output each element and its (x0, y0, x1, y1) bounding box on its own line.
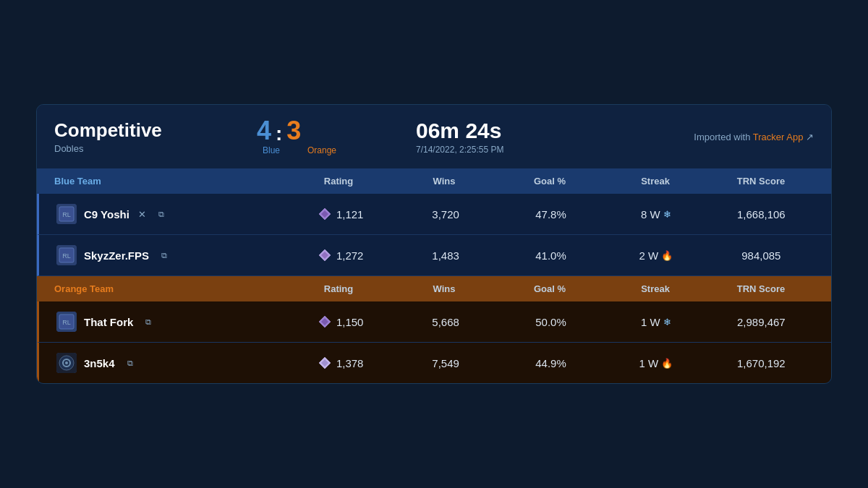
orange-player-2-name: 3n5k4 (84, 357, 115, 369)
orange-player-2-rating: 1,378 (336, 357, 364, 369)
blue-player-2-name-col: RL SkyzZer.FPS ⧉ (56, 245, 288, 265)
blue-player-2-row: RL SkyzZer.FPS ⧉ 1,272 1,483 41.0% (37, 235, 831, 276)
blue-player-2-trn: 984,085 (709, 249, 814, 262)
blue-player-1-wins: 3,720 (393, 208, 498, 221)
external-link-icon: ↗ (806, 132, 814, 142)
time-section: 06m 24s 7/14/2022, 2:25:55 PM (387, 119, 626, 155)
blue-team-header: Blue Team Rating Wins Goal % Streak TRN … (37, 168, 831, 194)
blue-player-1-row: RL C9 Yoshi ✕ ⧉ 1,121 3,720 47.8% (37, 194, 831, 235)
svg-text:RL: RL (62, 319, 71, 326)
blue-player-1-rating: 1,121 (336, 208, 364, 221)
score-label-orange: Orange (300, 145, 344, 155)
orange-player-2-goal: 44.9% (498, 357, 603, 369)
blue-player-2-name: SkyzZer.FPS (84, 249, 149, 262)
match-type-section: Competitive Dobles (54, 119, 257, 154)
match-datetime: 7/14/2022, 2:25:55 PM (416, 145, 626, 155)
blue-player-1-trn: 1,668,106 (709, 208, 814, 221)
blue-player-1-streak: 8 W ❄ (603, 208, 708, 221)
orange-player-1-streak-val: 1 W (641, 316, 660, 328)
score-label-blue: Blue (257, 145, 286, 155)
blue-col-trn: TRN Score (708, 176, 814, 187)
orange-col-goal: Goal % (497, 283, 603, 294)
rank-diamond-icon-1 (318, 207, 332, 221)
match-type-title: Competitive (54, 119, 257, 142)
score-section: 4 : 3 Blue Orange (257, 118, 387, 155)
blue-player-1-name: C9 Yoshi (84, 208, 129, 221)
rank-diamond-icon-4 (318, 356, 332, 370)
blue-col-rating: Rating (286, 176, 391, 187)
orange-player-1-rating: 1,150 (336, 316, 364, 328)
import-label: Imported with (694, 132, 750, 142)
orange-player-1-row: RL That Fork ⧉ 1,150 5,668 50.0% (37, 301, 831, 343)
cold-icon-3: ❄ (663, 317, 671, 328)
orange-player-1-name: That Fork (84, 316, 133, 328)
external-icon-2[interactable]: ⧉ (159, 250, 169, 260)
orange-player-2-avatar (56, 353, 77, 373)
external-icon-3[interactable]: ⧉ (143, 317, 153, 327)
orange-col-wins: Wins (391, 283, 497, 294)
orange-player-1-goal: 50.0% (498, 316, 603, 328)
match-card: Competitive Dobles 4 : 3 Blue Orange 06m… (36, 104, 832, 384)
blue-team-name: Blue Team (54, 176, 286, 187)
blue-col-wins: Wins (391, 176, 497, 187)
blue-team-section: Blue Team Rating Wins Goal % Streak TRN … (37, 168, 831, 276)
orange-player-2-rating-col: 1,378 (288, 356, 393, 370)
hot-icon-2: 🔥 (661, 250, 673, 261)
orange-player-1-avatar: RL (56, 312, 77, 332)
orange-player-2-name-col: 3n5k4 ⧉ (56, 353, 288, 373)
match-subtitle: Dobles (54, 143, 257, 154)
rank-diamond-icon-3 (318, 314, 332, 329)
orange-player-2-row: 3n5k4 ⧉ 1,378 7,549 44.9% 1 W 🔥 (37, 343, 831, 383)
blue-col-goal: Goal % (497, 176, 603, 187)
blue-player-2-streak-val: 2 W (639, 249, 659, 262)
orange-player-1-name-col: RL That Fork ⧉ (56, 312, 288, 332)
orange-player-2-streak-val: 1 W (639, 357, 659, 369)
orange-player-1-wins: 5,668 (393, 316, 498, 328)
score-orange: 3 (286, 118, 301, 144)
orange-team-header: Orange Team Rating Wins Goal % Streak TR… (37, 276, 831, 301)
external-icon-1[interactable]: ⧉ (156, 209, 166, 219)
slash-icon-1: ✕ (138, 209, 146, 220)
blue-player-2-streak: 2 W 🔥 (603, 249, 708, 262)
tracker-app-link[interactable]: Tracker App (753, 132, 804, 142)
blue-player-1-streak-val: 8 W (641, 208, 660, 221)
hot-icon-4: 🔥 (661, 358, 673, 369)
blue-col-streak: Streak (603, 176, 708, 187)
score-separator: : (276, 124, 282, 144)
blue-player-1-rating-col: 1,121 (288, 207, 393, 221)
external-icon-4[interactable]: ⧉ (125, 358, 135, 368)
rank-diamond-icon-2 (318, 248, 332, 262)
orange-team-name: Orange Team (54, 283, 286, 294)
cold-icon-1: ❄ (663, 209, 671, 220)
svg-text:RL: RL (62, 252, 71, 260)
orange-team-section: Orange Team Rating Wins Goal % Streak TR… (37, 276, 831, 383)
blue-player-2-goal: 41.0% (498, 249, 603, 262)
orange-player-1-streak: 1 W ❄ (603, 316, 708, 328)
blue-player-2-avatar: RL (56, 245, 77, 265)
orange-player-2-wins: 7,549 (393, 357, 498, 369)
score-blue: 4 (257, 118, 271, 144)
svg-text:RL: RL (62, 211, 71, 218)
blue-player-2-rating: 1,272 (336, 249, 364, 262)
blue-player-2-wins: 1,483 (393, 249, 498, 262)
match-header: Competitive Dobles 4 : 3 Blue Orange 06m… (37, 105, 831, 168)
blue-player-1-avatar: RL (56, 204, 77, 224)
match-duration: 06m 24s (416, 119, 626, 143)
orange-player-1-rating-col: 1,150 (288, 314, 393, 329)
blue-player-1-goal: 47.8% (498, 208, 603, 221)
orange-col-rating: Rating (286, 283, 391, 294)
orange-player-1-trn: 2,989,467 (709, 316, 814, 328)
orange-player-2-trn: 1,670,192 (709, 357, 814, 369)
blue-player-2-rating-col: 1,272 (288, 248, 393, 262)
orange-col-trn: TRN Score (708, 283, 814, 294)
svg-point-18 (65, 361, 68, 364)
orange-col-streak: Streak (603, 283, 708, 294)
import-section: Imported with Tracker App ↗ (626, 132, 814, 142)
blue-player-1-name-col: RL C9 Yoshi ✕ ⧉ (56, 204, 288, 224)
orange-player-2-streak: 1 W 🔥 (603, 357, 708, 369)
